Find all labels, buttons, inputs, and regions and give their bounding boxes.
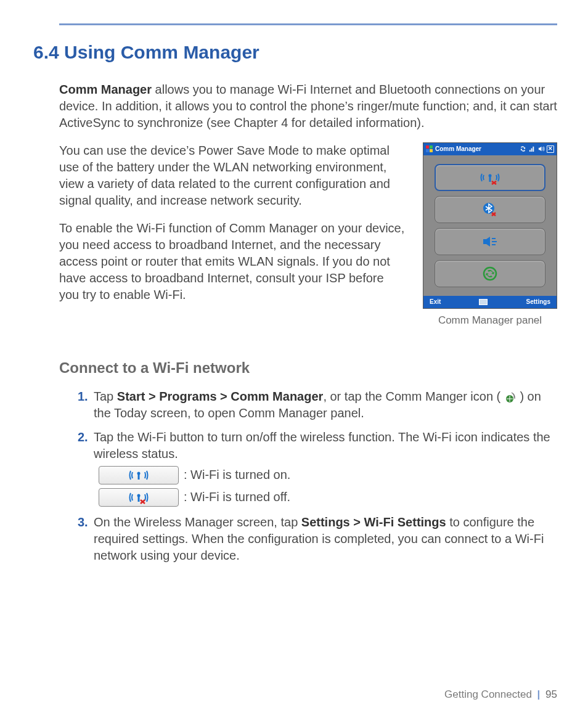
sync-circle-icon: [483, 266, 497, 281]
wifi-toggle-button[interactable]: [435, 164, 545, 191]
wifi-on-label: : Wi-Fi is turned on.: [184, 467, 290, 483]
panel-exit-button[interactable]: Exit: [430, 298, 441, 306]
panel-title-text: Comm Manager: [435, 145, 481, 153]
step-2: 2. Tap the Wi-Fi button to turn on/off t…: [78, 429, 557, 507]
wifi-off-icon-small: [129, 491, 149, 504]
intro-lead-bold: Comm Manager: [59, 83, 152, 96]
step-3-number: 3.: [78, 514, 88, 531]
svg-rect-3: [430, 149, 433, 152]
intro-paragraph-3: To enable the Wi-Fi function of Comm Man…: [59, 220, 406, 303]
svg-rect-4: [529, 150, 530, 152]
step-1-text-a: Tap: [94, 390, 117, 403]
wifi-status-on-row: : Wi-Fi is turned on.: [99, 466, 557, 484]
step-2-text: Tap the Wi-Fi button to turn on/off the …: [94, 430, 550, 460]
svg-rect-13: [138, 475, 140, 480]
intro-paragraph-2: You can use the device’s Power Save Mode…: [59, 142, 406, 209]
step-1-text-c: , or tap the Comm Manger icon (: [323, 390, 504, 403]
section-title: 6.4 Using Comm Manager: [33, 40, 557, 65]
svg-rect-8: [489, 177, 491, 182]
panel-bottombar: Exit Settings: [423, 296, 557, 308]
panel-caption: Comm Manager panel: [423, 314, 557, 328]
svg-rect-15: [138, 497, 140, 502]
step-2-number: 2.: [78, 429, 88, 446]
step-3-bold: Settings > Wi-Fi Settings: [301, 515, 446, 529]
svg-point-12: [137, 472, 141, 475]
svg-point-10: [484, 268, 496, 280]
footer-separator: |: [535, 688, 543, 700]
wifi-off-button-image: [99, 488, 179, 507]
sync-icon: [519, 145, 526, 153]
wifi-off-icon: [480, 170, 500, 185]
svg-rect-0: [426, 145, 429, 149]
wifi-on-icon: [129, 468, 149, 482]
panel-titlebar: Comm Manager ✕: [423, 143, 557, 155]
wifi-off-label: : Wi-Fi is turned off.: [184, 489, 290, 505]
activesync-button[interactable]: [435, 260, 545, 287]
step-1-bold: Start > Programs > Comm Manager: [117, 390, 324, 403]
top-rule: [59, 23, 557, 25]
step-1-number: 1.: [78, 388, 88, 405]
comm-manager-tray-icon: [504, 391, 517, 404]
step-3: 3. On the Wireless Manager screen, tap S…: [78, 514, 557, 564]
page-footer: Getting Connected | 95: [444, 688, 557, 702]
svg-point-14: [137, 494, 141, 497]
panel-settings-button[interactable]: Settings: [526, 298, 550, 306]
keyboard-icon[interactable]: [479, 299, 488, 305]
svg-rect-1: [430, 145, 433, 149]
ringer-toggle-button[interactable]: [435, 228, 545, 255]
svg-rect-6: [533, 147, 534, 152]
comm-manager-panel: Comm Manager ✕: [423, 142, 557, 309]
step-1: 1. Tap Start > Programs > Comm Manager, …: [78, 388, 557, 422]
intro-paragraph-1: Comm Manager allows you to manage Wi-Fi …: [59, 81, 557, 131]
wifi-status-off-row: : Wi-Fi is turned off.: [99, 488, 557, 507]
footer-chapter: Getting Connected: [444, 688, 532, 700]
signal-icon: [528, 145, 536, 153]
speaker-icon: [537, 145, 545, 153]
bluetooth-off-icon: [482, 202, 498, 218]
windows-flag-icon: [426, 145, 433, 153]
wifi-on-button-image: [99, 466, 179, 484]
svg-rect-2: [426, 149, 429, 152]
subheading: Connect to a Wi-Fi network: [59, 358, 557, 378]
step-3-text-a: On the Wireless Manager screen, tap: [94, 515, 301, 529]
speaker-on-icon: [482, 235, 498, 248]
close-icon[interactable]: ✕: [547, 145, 554, 153]
svg-rect-5: [531, 149, 532, 152]
bluetooth-toggle-button[interactable]: [435, 196, 545, 223]
footer-page-number: 95: [545, 688, 557, 700]
svg-point-7: [489, 174, 492, 177]
